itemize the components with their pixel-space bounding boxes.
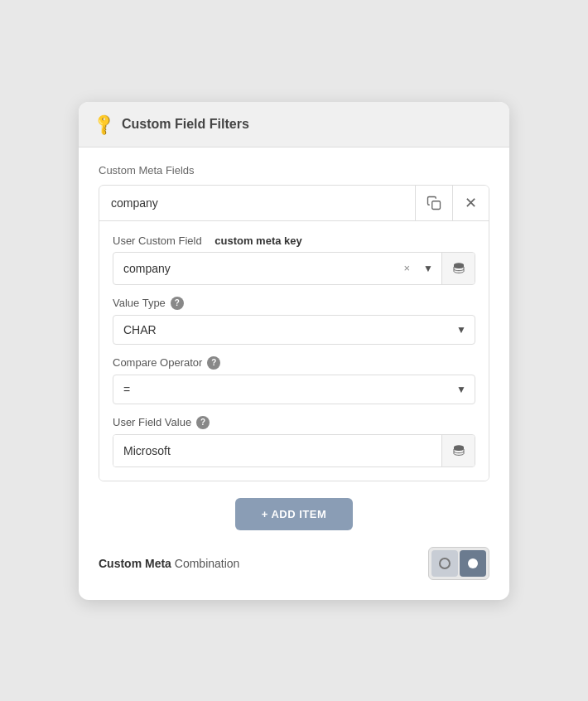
user-field-value-input[interactable] <box>113 435 441 467</box>
combination-row: Custom Meta Combination <box>99 547 489 580</box>
compare-operator-label: Compare Operator ? <box>113 356 475 370</box>
user-field-value-db-icon[interactable] <box>441 435 475 467</box>
user-custom-field-value: company <box>113 254 399 283</box>
db-icon-button[interactable] <box>441 253 475 284</box>
user-custom-field-clear[interactable]: × <box>399 262 416 274</box>
compare-operator-group: Compare Operator ? = != > < >= <= contai… <box>113 356 475 404</box>
close-icon: ✕ <box>465 194 477 212</box>
user-field-value-group: User Field Value ? <box>113 416 475 467</box>
filter-item-box: company ✕ <box>99 185 489 481</box>
compare-operator-chevron-icon: ▼ <box>448 384 475 395</box>
combination-label: Custom Meta Combination <box>99 557 239 570</box>
chevron-down-icon: ▼ <box>415 263 441 274</box>
value-type-chevron-icon: ▼ <box>448 324 475 336</box>
svg-point-4 <box>468 558 478 568</box>
compare-operator-help-icon[interactable]: ? <box>207 356 220 370</box>
user-custom-field-label: User Custom Field custom meta key <box>113 234 475 247</box>
section-label: Custom Meta Fields <box>99 164 489 176</box>
key-icon: 🔑 <box>91 111 117 137</box>
custom-field-filters-card: 🔑 Custom Field Filters Custom Meta Field… <box>79 102 509 600</box>
user-field-value-label: User Field Value ? <box>113 416 475 429</box>
toggle-or-button[interactable] <box>431 550 458 577</box>
user-custom-field-group: User Custom Field custom meta key compan… <box>113 234 475 285</box>
card-body: Custom Meta Fields company ✕ <box>79 147 509 600</box>
filter-item-actions: ✕ <box>415 186 489 220</box>
user-field-value-help-icon[interactable]: ? <box>196 416 210 429</box>
compare-operator-select-wrapper[interactable]: = != > < >= <= contains startswith ▼ <box>113 375 475 404</box>
remove-button[interactable]: ✕ <box>452 186 489 220</box>
filter-item-fields: User Custom Field custom meta key compan… <box>99 221 489 481</box>
card-header: 🔑 Custom Field Filters <box>79 102 509 147</box>
filter-item-name: company <box>99 188 415 218</box>
card-title: Custom Field Filters <box>122 117 249 132</box>
toggle-and-button[interactable] <box>460 550 486 577</box>
svg-point-3 <box>440 558 450 568</box>
toggle-group <box>428 547 489 580</box>
value-type-help-icon[interactable]: ? <box>171 297 184 310</box>
value-type-select-wrapper[interactable]: CHAR INT FLOAT BOOL DATE ▼ <box>113 315 475 345</box>
user-custom-field-select-wrapper: company × ▼ <box>113 252 475 285</box>
value-type-select[interactable]: CHAR INT FLOAT BOOL DATE <box>113 316 448 344</box>
user-field-value-input-wrapper <box>113 434 475 467</box>
value-type-label: Value Type ? <box>113 297 475 310</box>
copy-button[interactable] <box>416 186 452 220</box>
compare-operator-select[interactable]: = != > < >= <= contains startswith <box>113 375 448 404</box>
add-item-button[interactable]: + ADD ITEM <box>235 498 354 530</box>
svg-rect-0 <box>432 201 441 209</box>
value-type-group: Value Type ? CHAR INT FLOAT BOOL DATE ▼ <box>113 297 475 345</box>
filter-item-header: company ✕ <box>99 186 489 221</box>
